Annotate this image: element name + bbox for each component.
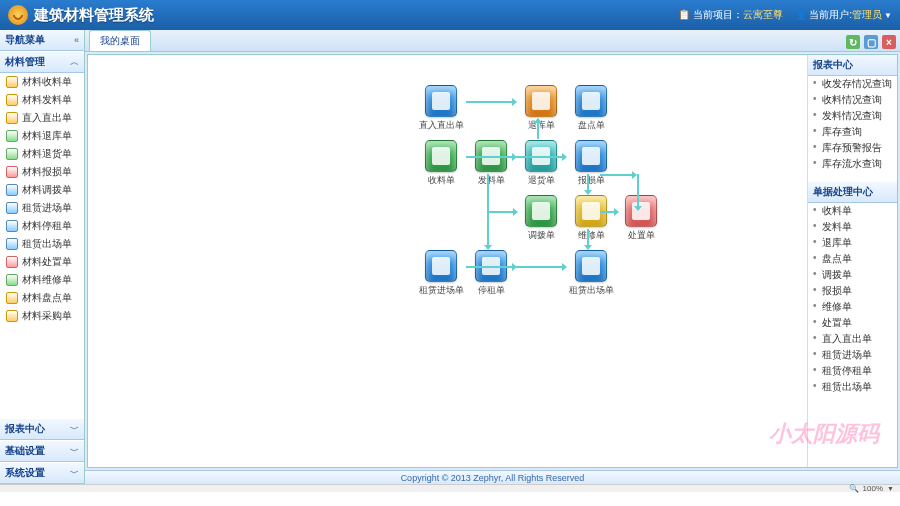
app-title: 建筑材料管理系统 [34, 6, 154, 25]
flow-node-n12[interactable]: 停租单 [468, 250, 514, 297]
sidebar-item[interactable]: 材料采购单 [0, 307, 84, 325]
sidebar-item-label: 租赁进场单 [22, 201, 72, 215]
right-pane-item[interactable]: 库存预警报告 [808, 140, 897, 156]
flow-node-n5[interactable]: 发料单 [468, 140, 514, 187]
flow-node-n2[interactable]: 退库单 [518, 85, 564, 132]
right-pane-item[interactable]: 库存查询 [808, 124, 897, 140]
right-pane-item[interactable]: 租赁停租单 [808, 363, 897, 379]
sidebar-item[interactable]: 材料退货单 [0, 145, 84, 163]
flow-node-n13[interactable]: 租赁出场单 [568, 250, 614, 297]
sidebar-item[interactable]: 材料盘点单 [0, 289, 84, 307]
right-pane-item[interactable]: 收料情况查询 [808, 92, 897, 108]
sidebar-item[interactable]: 材料退库单 [0, 127, 84, 145]
refresh-icon[interactable]: ↻ [846, 35, 860, 49]
right-pane-item[interactable]: 调拨单 [808, 267, 897, 283]
sidebar-item[interactable]: 租赁出场单 [0, 235, 84, 253]
sidebar-item[interactable]: 材料调拨单 [0, 181, 84, 199]
flow-node-label: 退货单 [518, 174, 564, 187]
right-pane-item[interactable]: 报损单 [808, 283, 897, 299]
doc-icon [6, 310, 18, 322]
right-pane-item[interactable]: 维修单 [808, 299, 897, 315]
flow-node-icon [575, 140, 607, 172]
accordion-section-materials[interactable]: 材料管理︿ [0, 51, 84, 73]
right-pane-item[interactable]: 收料单 [808, 203, 897, 219]
sidebar-item-label: 材料采购单 [22, 309, 72, 323]
flow-node-n10[interactable]: 处置单 [618, 195, 664, 242]
sidebar-item[interactable]: 材料停租单 [0, 217, 84, 235]
flow-node-label: 租赁出场单 [568, 284, 614, 297]
flow-arrow [637, 174, 639, 210]
flow-node-n3[interactable]: 盘点单 [568, 85, 614, 132]
flow-node-n9[interactable]: 维修单 [568, 195, 614, 242]
right-pane-item[interactable]: 库存流水查询 [808, 156, 897, 172]
sidebar-item[interactable]: 材料处置单 [0, 253, 84, 271]
right-pane: 报表中心 收发存情况查询收料情况查询发料情况查询库存查询库存预警报告库存流水查询… [807, 55, 897, 467]
collapse-icon[interactable]: « [74, 35, 79, 45]
chevron-down-icon: ﹀ [70, 445, 79, 458]
close-icon[interactable]: × [882, 35, 896, 49]
sidebar-item[interactable]: 材料发料单 [0, 91, 84, 109]
flow-arrow [600, 174, 636, 176]
sidebar-title: 导航菜单 [5, 33, 45, 47]
flow-node-icon [425, 85, 457, 117]
right-pane-item[interactable]: 直入直出单 [808, 331, 897, 347]
flow-node-n7[interactable]: 报损单 [568, 140, 614, 187]
sidebar-item-label: 材料报损单 [22, 165, 72, 179]
doc-icon [6, 274, 18, 286]
right-pane-item[interactable]: 租赁出场单 [808, 379, 897, 395]
doc-icon [6, 238, 18, 250]
flow-node-label: 盘点单 [568, 119, 614, 132]
right-pane-item[interactable]: 收发存情况查询 [808, 76, 897, 92]
right-pane-section-docs: 单据处理中心 [808, 182, 897, 203]
right-pane-item[interactable]: 发料单 [808, 219, 897, 235]
sidebar-item-label: 材料处置单 [22, 255, 72, 269]
sidebar-item-label: 材料收料单 [22, 75, 72, 89]
tab-bar: 我的桌面 ↻ ▢ × [85, 30, 900, 52]
flow-node-n1[interactable]: 直入直出单 [418, 85, 464, 132]
sidebar-item[interactable]: 直入直出单 [0, 109, 84, 127]
accordion-section-basic[interactable]: 基础设置﹀ [0, 440, 84, 462]
flow-node-label: 调拨单 [518, 229, 564, 242]
right-pane-section-reports: 报表中心 [808, 55, 897, 76]
doc-icon [6, 94, 18, 106]
accordion-section-reports[interactable]: 报表中心﹀ [0, 418, 84, 440]
doc-icon [6, 292, 18, 304]
right-pane-item[interactable]: 发料情况查询 [808, 108, 897, 124]
doc-icon [6, 166, 18, 178]
flow-node-label: 维修单 [568, 229, 614, 242]
flow-arrow [487, 211, 517, 213]
right-pane-item[interactable]: 盘点单 [808, 251, 897, 267]
chevron-down-icon: ﹀ [70, 467, 79, 480]
flow-node-n6[interactable]: 退货单 [518, 140, 564, 187]
zoom-dropdown-icon[interactable]: ▼ [887, 485, 894, 492]
flow-node-icon [525, 195, 557, 227]
zoom-icon[interactable]: 🔍 [849, 484, 859, 493]
sidebar-item-label: 材料发料单 [22, 93, 72, 107]
doc-icon [6, 220, 18, 232]
flow-node-label: 租赁进场单 [418, 284, 464, 297]
right-pane-item[interactable]: 处置单 [808, 315, 897, 331]
current-project[interactable]: 📋 当前项目：云寓至尊 [678, 8, 783, 22]
sidebar-item[interactable]: 租赁进场单 [0, 199, 84, 217]
flow-arrow [516, 156, 566, 158]
sidebar-title-bar: 导航菜单 « [0, 30, 84, 51]
sidebar-item-label: 材料退货单 [22, 147, 72, 161]
sidebar-item[interactable]: 材料维修单 [0, 271, 84, 289]
chevron-down-icon: ﹀ [70, 423, 79, 436]
logo-icon [8, 5, 28, 25]
accordion-section-system[interactable]: 系统设置﹀ [0, 462, 84, 484]
flow-node-n11[interactable]: 租赁进场单 [418, 250, 464, 297]
sidebar-item-label: 材料停租单 [22, 219, 72, 233]
right-pane-item[interactable]: 租赁进场单 [808, 347, 897, 363]
flow-node-n4[interactable]: 收料单 [418, 140, 464, 187]
window-icon[interactable]: ▢ [864, 35, 878, 49]
sidebar-item[interactable]: 材料收料单 [0, 73, 84, 91]
sidebar-item[interactable]: 材料报损单 [0, 163, 84, 181]
tab-desktop[interactable]: 我的桌面 [89, 30, 151, 51]
flow-node-icon [425, 140, 457, 172]
doc-icon [6, 184, 18, 196]
flow-node-n8[interactable]: 调拨单 [518, 195, 564, 242]
flow-node-icon [575, 250, 607, 282]
current-user[interactable]: 👤 当前用户:管理员▼ [795, 8, 892, 22]
right-pane-item[interactable]: 退库单 [808, 235, 897, 251]
